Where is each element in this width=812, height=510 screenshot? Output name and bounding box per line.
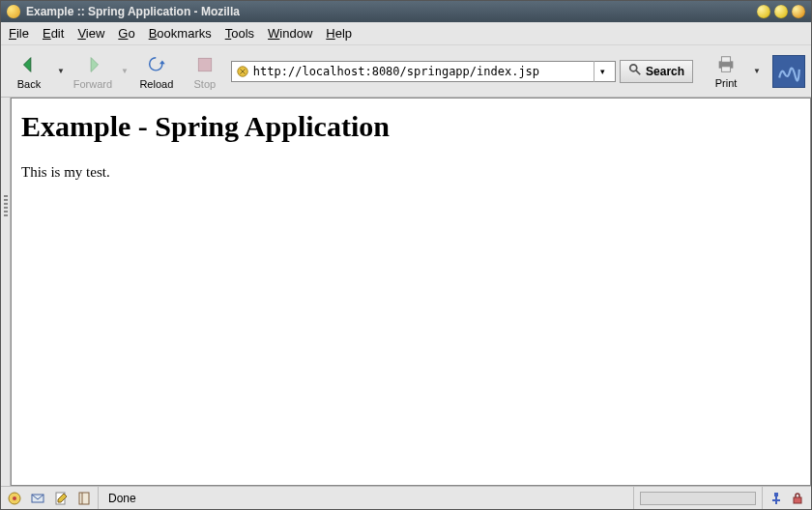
minimize-button[interactable]: [757, 5, 770, 18]
progress-section: [634, 487, 763, 509]
menu-bookmarks[interactable]: Bookmarks: [149, 26, 212, 41]
back-dropdown[interactable]: ▼: [55, 48, 67, 95]
svg-rect-5: [721, 56, 730, 62]
svg-rect-16: [794, 497, 801, 503]
search-button[interactable]: Search: [620, 60, 693, 83]
menu-window[interactable]: Window: [268, 26, 312, 41]
print-dropdown[interactable]: ▼: [751, 48, 763, 95]
menubar: File Edit View Go Bookmarks Tools Window…: [1, 22, 811, 45]
progress-bar: [640, 492, 756, 505]
menu-go[interactable]: Go: [118, 26, 134, 41]
maximize-button[interactable]: [774, 5, 788, 18]
titlebar: Example :: Spring Application - Mozilla: [1, 1, 811, 22]
browser-window: Example :: Spring Application - Mozilla …: [0, 0, 812, 510]
toolbar: Back ▼ Forward ▼ Reload Stop: [1, 45, 811, 98]
svg-rect-6: [721, 66, 730, 71]
page-viewport[interactable]: Example - Spring Application This is my …: [11, 98, 811, 486]
status-text: Done: [99, 487, 634, 509]
svg-rect-11: [79, 493, 89, 504]
sidebar-grip[interactable]: [1, 98, 11, 486]
page-heading: Example - Spring Application: [21, 110, 800, 143]
urlbar[interactable]: ▾: [231, 61, 616, 82]
back-button[interactable]: Back: [7, 48, 51, 95]
print-button[interactable]: Print: [705, 48, 747, 95]
forward-button: Forward: [71, 48, 115, 95]
reload-icon: [145, 53, 168, 76]
composer-icon[interactable]: [53, 491, 69, 506]
content-area: Example - Spring Application This is my …: [1, 98, 811, 486]
forward-dropdown[interactable]: ▼: [119, 48, 130, 95]
close-button[interactable]: [792, 5, 805, 18]
menu-tools[interactable]: Tools: [225, 26, 254, 41]
page-body-text: This is my test.: [21, 164, 800, 181]
mail-icon[interactable]: [30, 491, 45, 506]
search-icon: [628, 63, 642, 79]
svg-point-2: [630, 65, 637, 71]
menu-edit[interactable]: Edit: [43, 26, 64, 41]
menu-help[interactable]: Help: [326, 26, 352, 41]
app-icon: [7, 5, 20, 18]
url-input[interactable]: [253, 65, 594, 78]
component-bar: [1, 487, 99, 509]
back-icon: [17, 53, 41, 76]
stop-icon: [193, 53, 217, 76]
online-icon[interactable]: [768, 491, 784, 506]
throbber-icon[interactable]: [772, 55, 805, 88]
print-icon: [715, 54, 737, 77]
window-title: Example :: Spring Application - Mozilla: [26, 5, 753, 18]
menu-view[interactable]: View: [77, 26, 104, 41]
status-right: [763, 491, 811, 506]
navigator-icon[interactable]: [7, 491, 22, 506]
page-favicon: [236, 65, 249, 78]
stop-button: Stop: [183, 48, 227, 95]
url-dropdown[interactable]: ▾: [594, 61, 611, 82]
address-book-icon[interactable]: [76, 491, 92, 506]
urlbar-container: ▾ Search: [231, 60, 693, 83]
svg-point-8: [13, 496, 16, 500]
statusbar: Done: [1, 486, 811, 509]
reload-button[interactable]: Reload: [134, 48, 179, 95]
svg-rect-0: [198, 58, 211, 71]
forward-icon: [81, 53, 104, 76]
svg-line-3: [636, 71, 640, 74]
svg-rect-13: [774, 493, 778, 496]
menu-file[interactable]: File: [9, 26, 29, 41]
security-icon[interactable]: [790, 491, 805, 506]
